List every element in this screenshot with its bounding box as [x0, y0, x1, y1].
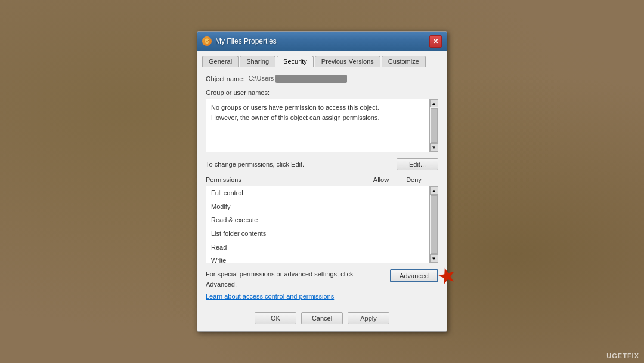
scroll-up-arrow[interactable]: ▲	[430, 99, 438, 107]
perm-col-permissions: Permissions	[206, 176, 363, 183]
group-box: No groups or users have permission to ac…	[206, 99, 438, 152]
advanced-button[interactable]: Advanced	[390, 269, 438, 282]
group-scrollbar[interactable]: ▲ ▼	[429, 99, 438, 152]
perm-row-readexecute: Read & execute	[206, 213, 438, 227]
perm-row-write: Write	[206, 254, 438, 263]
edit-row: To change permissions, click Edit. Edit.…	[206, 158, 438, 170]
group-section-label: Group or user names:	[206, 89, 438, 96]
advanced-row: For special permissions or advanced sett…	[206, 269, 438, 289]
tab-general[interactable]: General	[202, 56, 239, 67]
tab-sharing[interactable]: Sharing	[240, 56, 275, 67]
learn-link[interactable]: Learn about access control and permissio…	[206, 293, 438, 300]
perm-col-allow: Allow	[363, 176, 399, 183]
perm-row-modify: Modify	[206, 200, 438, 214]
group-message-2: However, the owner of this object can as…	[211, 113, 433, 123]
permissions-header: Permissions Allow Deny	[206, 176, 438, 183]
apply-button[interactable]: Apply	[348, 312, 389, 324]
cancel-button[interactable]: Cancel	[301, 312, 343, 324]
title-bar: My Files Properties ✕	[197, 32, 447, 51]
perm-row-fullcontrol: Full control	[206, 186, 438, 200]
scroll-thumb[interactable]	[431, 108, 438, 143]
redacted-path	[275, 75, 347, 83]
perm-scroll-up[interactable]: ▲	[430, 186, 438, 195]
title-icon	[202, 36, 212, 46]
object-name-row: Object name: C:\Users	[206, 75, 438, 83]
object-name-value: C:\Users	[248, 75, 347, 83]
edit-text: To change permissions, click Edit.	[206, 161, 304, 168]
bottom-buttons: OK Cancel Apply	[197, 307, 447, 331]
tab-security[interactable]: Security	[277, 56, 314, 67]
object-name-label: Object name:	[206, 75, 244, 82]
tab-previous-versions[interactable]: Previous Versions	[315, 56, 380, 67]
close-button[interactable]: ✕	[429, 35, 442, 48]
watermark: UGETFIX	[606, 352, 639, 359]
permissions-box: Full control Modify Read & execute List …	[206, 186, 438, 263]
content-area: Object name: C:\Users Group or user name…	[197, 67, 447, 307]
group-message-1: No groups or users have permission to ac…	[211, 103, 433, 113]
perm-scroll-down[interactable]: ▼	[430, 254, 438, 263]
perm-row-read: Read	[206, 241, 438, 254]
dialog: My Files Properties ✕ General Sharing Se…	[197, 31, 447, 332]
scroll-down-arrow[interactable]: ▼	[430, 143, 438, 152]
ok-button[interactable]: OK	[255, 312, 296, 324]
tab-customize[interactable]: Customize	[382, 56, 426, 67]
group-box-inner: No groups or users have permission to ac…	[206, 99, 438, 126]
perm-col-deny: Deny	[399, 176, 429, 183]
permissions-scrollbar[interactable]: ▲ ▼	[429, 186, 438, 263]
tab-bar: General Sharing Security Previous Versio…	[197, 51, 447, 67]
perm-scroll-thumb[interactable]	[431, 195, 438, 254]
advanced-text: For special permissions or advanced sett…	[206, 269, 384, 289]
edit-button[interactable]: Edit...	[397, 158, 438, 170]
title-text: My Files Properties	[215, 37, 277, 45]
perm-row-listfolder: List folder contents	[206, 227, 438, 241]
